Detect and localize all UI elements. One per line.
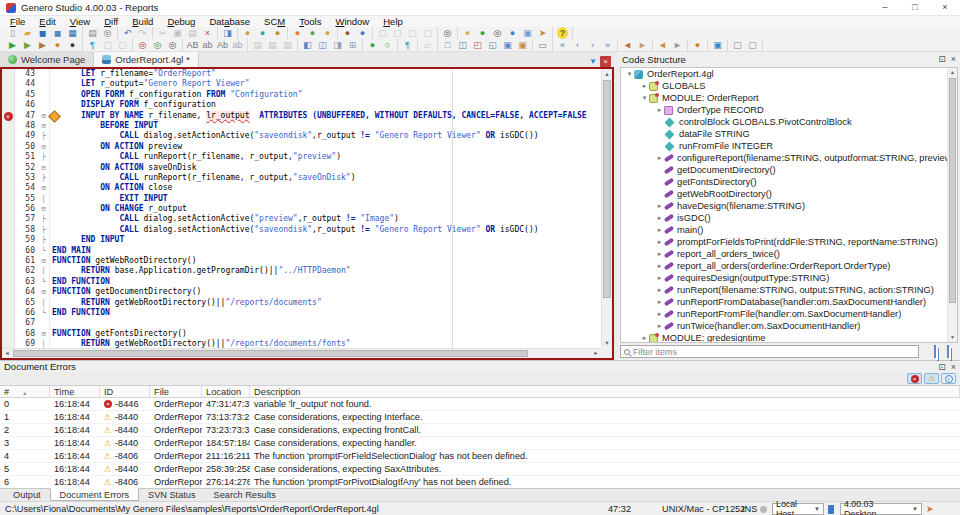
fold-toggle-icon[interactable]: ⊟: [38, 329, 50, 339]
debug-start-icon[interactable]: ●: [341, 27, 355, 39]
debug-attach-icon[interactable]: ●: [356, 27, 370, 39]
bottom-tab-document-errors[interactable]: Document Errors: [50, 488, 139, 501]
code-line-61[interactable]: 61⊟FUNCTION getWebRootDirectory(): [2, 256, 601, 266]
error-margin[interactable]: [2, 173, 15, 183]
error-margin[interactable]: [2, 142, 15, 152]
print-preview-icon[interactable]: ◎: [101, 27, 115, 39]
build-project-icon[interactable]: ●: [256, 27, 270, 39]
tree-item-requiresdesign[interactable]: ▸requiresDesign(outputType:STRING): [621, 272, 957, 284]
find-replace-icon[interactable]: ◨: [221, 27, 235, 39]
menu-file[interactable]: File: [3, 16, 32, 27]
column-description[interactable]: Description: [250, 386, 960, 398]
next-change-icon[interactable]: ►: [636, 39, 650, 51]
float-editor-icon[interactable]: ▢: [731, 39, 745, 51]
menu-help[interactable]: Help: [376, 16, 410, 27]
menu-scm[interactable]: SCM: [257, 16, 292, 27]
tree-item-report-all-orders-twice[interactable]: ▸report_all_orders_twice(): [621, 248, 957, 260]
fold-toggle-icon[interactable]: ⊟: [38, 142, 50, 152]
tree-item-report-all-orders[interactable]: ▸report_all_orders(orderline:OrderReport…: [621, 260, 957, 272]
code-line-46[interactable]: 46 DISPLAY FORM f_configuration: [2, 100, 601, 110]
code-line-45[interactable]: 45 OPEN FORM f_configuration FROM "Confi…: [2, 90, 601, 100]
error-margin[interactable]: [2, 318, 15, 328]
zoom-in-icon[interactable]: ◎: [151, 39, 165, 51]
editor-vscrollbar[interactable]: ▲ ▼: [601, 69, 612, 348]
menu-diff[interactable]: Diff: [97, 16, 125, 27]
expand-arrow-icon[interactable]: ▸: [655, 202, 664, 210]
split-horizontal-icon[interactable]: ◧: [301, 39, 315, 51]
tab-list-dropdown-icon[interactable]: ▼: [589, 57, 597, 66]
user-session-icon[interactable]: ●: [506, 27, 520, 39]
error-margin[interactable]: [2, 339, 15, 348]
column-num[interactable]: #▴: [0, 386, 50, 398]
error-margin[interactable]: [2, 287, 15, 297]
error-margin[interactable]: [2, 225, 15, 235]
scroll-left-icon[interactable]: ◄: [2, 349, 12, 358]
maximize-button[interactable]: □: [900, 0, 930, 16]
nav-first-icon[interactable]: «: [556, 39, 570, 51]
run-icon[interactable]: ▶: [6, 39, 20, 51]
dock-editor-icon[interactable]: ▢: [746, 39, 760, 51]
code-line-51[interactable]: 51├ CALL runReport(r_filename, r_output,…: [2, 152, 601, 162]
zoom-reset-icon[interactable]: ◎: [166, 39, 180, 51]
connection-icon[interactable]: ➤: [926, 504, 934, 514]
error-margin[interactable]: [2, 152, 15, 162]
fold-toggle-icon[interactable]: ⊟: [38, 183, 50, 193]
expand-arrow-icon[interactable]: ▸: [655, 274, 664, 282]
scroll-right-icon[interactable]: ►: [591, 349, 601, 358]
bottom-tab-search-results[interactable]: Search Results: [205, 489, 285, 501]
code-line-64[interactable]: 64⊟FUNCTION getDocumentDirectory(): [2, 287, 601, 297]
expand-arrow-icon[interactable]: ▾: [625, 70, 634, 78]
sync-view-icon[interactable]: ●: [366, 39, 380, 51]
tree-item-isgdc[interactable]: ▸isGDC(): [621, 212, 957, 224]
execute-icon[interactable]: ●: [291, 27, 305, 39]
error-row-3[interactable]: 316:18:44⚠-8440OrderRepor...184:57:184:6…: [0, 437, 960, 450]
tab-close-button[interactable]: ×: [600, 56, 611, 67]
filter-info-button[interactable]: i: [941, 373, 956, 384]
tab-orderreport[interactable]: OrderReport.4gl *: [94, 52, 198, 67]
tree-item-promptforfieldstoprint[interactable]: ▸promptForFieldsToPrint(rddFile:STRING, …: [621, 236, 957, 248]
bottom-tab-svn-status[interactable]: SVN Status: [139, 489, 205, 501]
window-split-icon[interactable]: ◫: [456, 39, 470, 51]
menu-build[interactable]: Build: [125, 16, 160, 27]
form-preview-icon[interactable]: ▣: [711, 39, 725, 51]
error-margin[interactable]: [2, 204, 15, 214]
minimize-button[interactable]: –: [870, 0, 900, 16]
de-float-panel-icon[interactable]: ⊡: [938, 362, 946, 372]
code-line-47[interactable]: ×47⊟ INPUT BY NAME r_filename, lr_output…: [2, 111, 601, 121]
menu-database[interactable]: Database: [202, 16, 257, 27]
uppercase-icon[interactable]: AB: [186, 39, 200, 51]
expand-arrow-icon[interactable]: ▾: [640, 94, 649, 102]
debug-run-icon[interactable]: ▶: [36, 39, 50, 51]
open-file-icon[interactable]: ▰: [21, 27, 35, 39]
code-line-56[interactable]: 56⊟ ON CHANGE r_output: [2, 204, 601, 214]
float-panel-icon[interactable]: ⊡: [938, 54, 946, 64]
package-icon[interactable]: ●: [461, 27, 475, 39]
expand-all-icon[interactable]: [934, 345, 936, 358]
expand-arrow-icon[interactable]: ▸: [655, 250, 664, 258]
rebuild-project-icon[interactable]: ●: [271, 27, 285, 39]
new-file-icon[interactable]: ▯: [6, 27, 20, 39]
error-row-4[interactable]: 416:18:44⚠-8406OrderRepor...211:16:211:4…: [0, 450, 960, 463]
tree-scroll-down-icon[interactable]: ▼: [948, 333, 957, 342]
fold-toggle-icon[interactable]: ⊟: [38, 256, 50, 266]
encoding-indicator[interactable]: UNIX/Mac - CP1252: [662, 504, 745, 514]
error-margin[interactable]: [2, 277, 15, 287]
split-quad-icon[interactable]: ⊞: [346, 39, 360, 51]
error-margin[interactable]: [2, 183, 15, 193]
expand-arrow-icon[interactable]: ▸: [655, 298, 664, 306]
error-row-2[interactable]: 216:18:44⚠-8440OrderRepor...73:23:73:31C…: [0, 424, 960, 437]
code-line-57[interactable]: 57├ CALL dialog.setActionActive("preview…: [2, 214, 601, 224]
error-margin[interactable]: [2, 69, 15, 79]
hscroll-thumb[interactable]: [13, 350, 528, 357]
bottom-tab-output[interactable]: Output: [4, 489, 50, 501]
error-margin[interactable]: [2, 246, 15, 256]
window-grid-icon[interactable]: ◱: [486, 39, 500, 51]
tree-item-getfontsdirectory[interactable]: getFontsDirectory(): [621, 176, 957, 188]
menu-debug[interactable]: Debug: [160, 16, 202, 27]
menu-edit[interactable]: Edit: [32, 16, 62, 27]
run-with-options-icon[interactable]: ▶: [21, 39, 35, 51]
tree-item-module-gredesigntime[interactable]: ▸MODULE: gredesigntime: [621, 332, 957, 343]
save-as-icon[interactable]: ◼: [51, 27, 65, 39]
code-line-58[interactable]: 58├ CALL dialog.setActionActive("saveond…: [2, 225, 601, 235]
error-margin[interactable]: [2, 308, 15, 318]
